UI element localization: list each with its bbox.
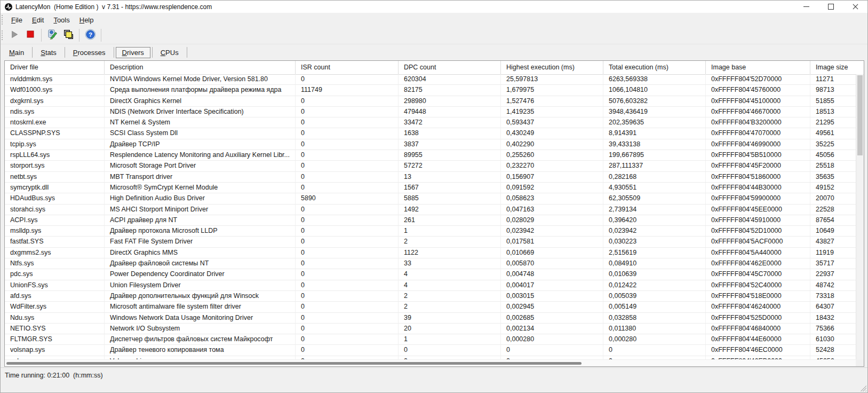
help-button[interactable]: ? [83,28,97,42]
driver-row-netio-sys[interactable]: NETIO.SYSNetwork I/O Subsystem0200,00213… [5,324,856,334]
column-header-description[interactable]: Description [105,61,296,74]
column-header-highest-execution-ms-[interactable]: Highest execution (ms) [501,61,603,74]
tab-stats[interactable]: Stats [34,47,63,58]
vertical-scrollbar-thumb[interactable] [857,75,863,155]
column-header-dpc-count[interactable]: DPC count [399,61,501,74]
tab-drivers[interactable]: Drivers [116,47,150,58]
driver-row-tcpip-sys[interactable]: tcpip.sysДрайвер TCP/IP038370,40229039,4… [5,139,856,150]
menu-file[interactable]: File [6,14,27,26]
driver-row-fltmgr-sys[interactable]: FLTMGR.SYSДиспетчер фильтров файловых си… [5,334,856,345]
cell: 0,004748 [501,269,603,279]
tab-separator [114,47,114,58]
cell: symcryptk.dll [5,183,105,193]
driver-row-ndis-sys[interactable]: ndis.sysNDIS (Network Driver Interface S… [5,107,856,117]
driver-row-fastfat-sys[interactable]: fastfat.SYSFast FAT File System Driver02… [5,237,856,247]
close-icon [853,4,858,10]
horizontal-scrollbar[interactable] [5,359,856,366]
driver-row-ntoskrnl-exe[interactable]: ntoskrnl.exeNT Kernel & System0334720,59… [5,117,856,128]
cell: 0 [296,324,399,334]
cell: tcpip.sys [5,139,105,150]
cell: Ntfs.sys [5,258,105,269]
column-header-driver-file[interactable]: Driver file [5,61,105,74]
cell: 0xFFFFF804'46EC0000 [706,345,810,355]
cell: 2,515619 [603,248,706,258]
analyze-button[interactable] [45,28,59,42]
cell: Драйвер файловой системы NT [105,258,296,269]
cell: 0 [296,226,399,236]
start-button[interactable] [7,28,21,42]
column-header-image-size[interactable]: Image size [810,61,864,74]
cell: 43827 [810,237,856,247]
cell: 202,359635 [603,117,706,128]
cell: 0,282168 [603,172,706,182]
cell: MS AHCI Storport Miniport Driver [105,205,296,215]
tab-main[interactable]: Main [3,47,30,58]
cell: 0,023942 [603,226,706,236]
driver-row-rsplll64-sys[interactable]: rspLLL64.sysResplendence Latency Monitor… [5,150,856,161]
help-icon: ? [85,29,96,42]
cell: 2 [399,302,501,312]
tab-cpus[interactable]: CPUs [154,47,185,58]
cell: 479448 [399,107,501,117]
driver-row-mslldp-sys[interactable]: mslldp.sysДрайвер протокола Microsoft LL… [5,226,856,237]
cell: 22528 [810,205,856,215]
menubar-gripper-handle[interactable] [2,15,4,25]
driver-row-pdc-sys[interactable]: pdc.sysPower Dependency Coordinator Driv… [5,269,856,280]
cell: 0xFFFFF804'45760000 [706,85,810,95]
resize-grip-handle[interactable] [859,384,866,391]
tab-processes[interactable]: Processes [67,47,112,58]
cell: Network I/O Subsystem [105,324,296,334]
driver-row-dxgmms2-sys[interactable]: dxgmms2.sysDirectX Graphics MMS011220,01… [5,248,856,258]
close-button[interactable] [843,1,867,13]
menu-tools[interactable]: Tools [49,14,74,26]
cell: 0xFFFFF804'45C70000 [706,269,810,279]
column-header-image-base[interactable]: Image base [706,61,810,74]
menu-edit[interactable]: Edit [27,14,49,26]
cell: 64307 [810,302,856,312]
stop-button[interactable] [23,28,37,42]
cell: NETIO.SYS [5,324,105,334]
cell: WdFilter.sys [5,302,105,312]
driver-row-wdf01000-sys[interactable]: Wdf01000.sysСреда выполнения платформы д… [5,85,856,96]
cell: Microsoft Storage Port Driver [105,161,296,171]
cell: 48742 [810,280,856,290]
cell: 0,030223 [603,237,706,247]
toolbar-gripper-handle[interactable] [2,30,4,40]
column-header-total-execution-ms-[interactable]: Total execution (ms) [603,61,706,74]
driver-row-netbt-sys[interactable]: netbt.sysMBT Transport driver0130,156907… [5,172,856,183]
driver-row-nvlddmkm-sys[interactable]: nvlddmkm.sysNVIDIA Windows Kernel Mode D… [5,74,856,85]
driver-row-classpnp-sys[interactable]: CLASSPNP.SYSSCSI Class System Dll016380,… [5,128,856,139]
cell: 11271 [810,74,856,84]
driver-row-volsnap-sys[interactable]: volsnap.sysДрайвер теневого копирования … [5,345,856,356]
minimize-button[interactable] [794,1,818,13]
menu-help[interactable]: Help [75,14,99,26]
driver-row-hdaudbus-sys[interactable]: HDAudBus.sysHigh Definition Audio Bus Dr… [5,193,856,204]
cell: 33472 [399,117,501,128]
cell: 25518 [810,161,856,171]
cell: 2 [399,291,501,301]
driver-row-unionfs-sys[interactable]: UnionFS.sysUnion Filesystem Driver040,00… [5,280,856,291]
horizontal-scrollbar-thumb[interactable] [6,362,582,365]
vertical-scrollbar[interactable] [856,74,864,359]
cell: 0,028029 [501,215,603,225]
driver-row-wdfilter-sys[interactable]: WdFilter.sysMicrosoft antimalware file s… [5,302,856,312]
cell: 1066,104810 [603,85,706,95]
table-body: nvlddmkm.sysNVIDIA Windows Kernel Mode D… [5,74,856,359]
minimize-icon [803,6,809,7]
driver-row-afd-sys[interactable]: afd.sysДрайвер дополнительных функций дл… [5,291,856,302]
cell: 1122 [399,248,501,258]
copy-button[interactable] [61,28,75,42]
driver-row-acpi-sys[interactable]: ACPI.sysACPI драйвер для NT02610,0280290… [5,215,856,226]
driver-row-dxgkrnl-sys[interactable]: dxgkrnl.sysDirectX Graphics Kernel029898… [5,96,856,107]
driver-row-symcryptk-dll[interactable]: symcryptk.dllMicrosoft® SymCrypt Kernel … [5,183,856,193]
column-header-isr-count[interactable]: ISR count [296,61,399,74]
title-bar: LatencyMon (Home Edition ) v 7.31 - http… [1,1,867,13]
cell: 5885 [399,193,501,203]
driver-row-ndu-sys[interactable]: Ndu.sysWindows Network Data Usage Monito… [5,313,856,324]
driver-row-ntfs-sys[interactable]: Ntfs.sysДрайвер файловой системы NT0330,… [5,258,856,269]
maximize-button[interactable] [818,1,843,13]
driver-row-storahci-sys[interactable]: storahci.sysMS AHCI Storport Miniport Dr… [5,205,856,215]
cell: 0 [296,215,399,225]
driver-row-storport-sys[interactable]: storport.sysMicrosoft Storage Port Drive… [5,161,856,171]
cell: 18432 [810,313,856,323]
